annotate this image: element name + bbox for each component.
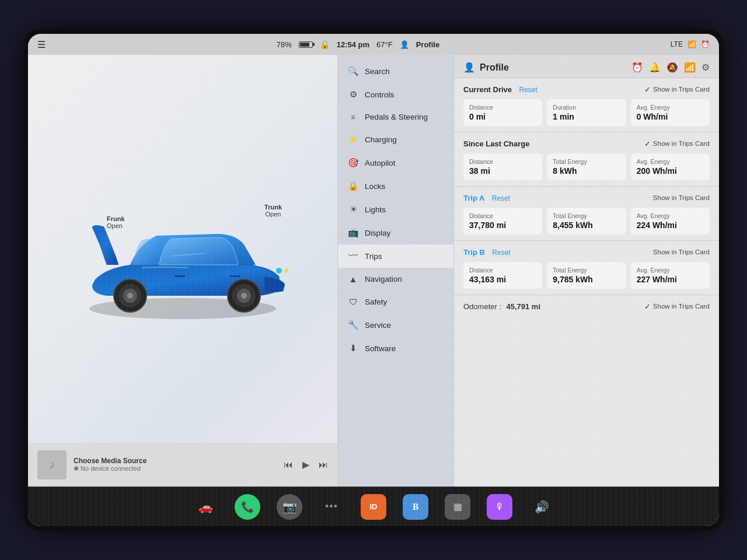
right-header: 👤 Profile ⏰ 🔔 🔕 📶 ⚙ bbox=[454, 55, 719, 78]
menu-item-lights[interactable]: ☀ Lights bbox=[338, 198, 453, 221]
status-right: LTE 📶 ⏰ bbox=[671, 40, 710, 48]
since-last-charge-energy-total-label: Total Energy bbox=[553, 158, 620, 165]
car-container: Frunk Open Trunk Open 🔓 bbox=[28, 84, 337, 440]
lte-label: LTE bbox=[671, 40, 683, 48]
menu-label-autopilot: Autopilot bbox=[365, 159, 396, 167]
dock-podcast-button[interactable]: 🎙 bbox=[487, 494, 512, 520]
trip-b-avg-energy-box: Avg. Energy 227 Wh/mi bbox=[631, 262, 710, 289]
menu-item-controls[interactable]: ⚙ Controls bbox=[338, 83, 453, 106]
service-icon: 🔧 bbox=[347, 320, 359, 330]
trip-a-energy-total-value: 8,455 kWh bbox=[553, 220, 620, 230]
menu-item-safety[interactable]: 🛡 Safety bbox=[338, 290, 453, 313]
current-drive-duration-value: 1 min bbox=[553, 112, 620, 121]
current-drive-title: Current Drive bbox=[463, 85, 512, 94]
trip-b-energy-total-value: 9,785 kWh bbox=[553, 275, 620, 284]
safety-icon: 🛡 bbox=[347, 297, 359, 307]
since-last-charge-checkmark: ✓ bbox=[644, 139, 651, 148]
trip-a-reset-button[interactable]: Reset bbox=[492, 194, 510, 202]
dock-car-button[interactable]: 🚗 bbox=[193, 494, 218, 520]
dock-grid-button[interactable]: ▦ bbox=[445, 494, 470, 520]
menu-item-charging[interactable]: ⚡ Charging bbox=[338, 128, 453, 151]
trip-b-section: Trip B Reset Show in Trips Card Distance… bbox=[454, 241, 719, 295]
play-button[interactable]: ▶ bbox=[302, 459, 309, 470]
dock-id-button[interactable]: ID bbox=[361, 494, 386, 520]
svg-rect-12 bbox=[229, 275, 241, 278]
profile-label: Profile bbox=[416, 40, 439, 49]
person-icon-header: 👤 bbox=[463, 62, 475, 73]
svg-rect-11 bbox=[174, 275, 186, 278]
menu-item-software[interactable]: ⬇ Software bbox=[338, 337, 453, 360]
since-last-charge-distance-value: 38 mi bbox=[469, 166, 536, 176]
car-illustration: Frunk Open Trunk Open 🔓 bbox=[60, 174, 305, 349]
profile-title-text: Profile bbox=[480, 62, 509, 73]
dock-camera-button[interactable]: 📷 bbox=[277, 494, 302, 520]
menu-item-service[interactable]: 🔧 Service bbox=[338, 313, 453, 337]
dock-volume-button[interactable]: 🔊 bbox=[529, 494, 554, 520]
current-drive-section: Current Drive Reset ✓ Show in Trips Card… bbox=[454, 78, 719, 132]
trip-b-energy-total-box: Total Energy 9,785 kWh bbox=[547, 262, 626, 289]
since-last-charge-stats: Distance 38 mi Total Energy 8 kWh Avg. E… bbox=[463, 153, 710, 180]
current-drive-energy-box: Avg. Energy 0 Wh/mi bbox=[631, 99, 710, 126]
current-drive-checkmark: ✓ bbox=[644, 85, 651, 94]
odometer-value: 45,791 mi bbox=[506, 302, 540, 311]
media-title: Choose Media Source bbox=[74, 457, 277, 465]
since-last-charge-header: Since Last Charge ✓ Show in Trips Card bbox=[463, 138, 710, 149]
menu-item-trips[interactable]: 〰 Trips bbox=[338, 244, 453, 268]
current-drive-stats: Distance 0 mi Duration 1 min Avg. Energy… bbox=[463, 99, 710, 126]
lock-icon: 🔒 bbox=[320, 40, 330, 49]
trip-b-avg-energy-value: 227 Wh/mi bbox=[637, 275, 704, 284]
current-drive-energy-value: 0 Wh/mi bbox=[637, 112, 704, 121]
odometer-checkmark: ✓ bbox=[644, 302, 651, 311]
alarm-icon[interactable]: ⏰ bbox=[631, 62, 643, 73]
menu-label-safety: Safety bbox=[365, 298, 387, 306]
trip-b-energy-total-label: Total Energy bbox=[553, 267, 620, 274]
since-last-charge-title-group: Since Last Charge bbox=[463, 138, 529, 149]
menu-item-autopilot[interactable]: 🎯 Autopilot bbox=[338, 151, 453, 174]
current-drive-reset-button[interactable]: Reset bbox=[519, 86, 537, 94]
right-panel: 👤 Profile ⏰ 🔔 🔕 📶 ⚙ Curre bbox=[454, 55, 719, 487]
since-last-charge-show-trips[interactable]: ✓ Show in Trips Card bbox=[644, 139, 710, 148]
menu-item-display[interactable]: 📺 Display bbox=[338, 221, 453, 244]
screen-bezel: ☰ 78% 🔒 12:54 pm 67°F 👤 Profile LTE 📶 ⏰ bbox=[23, 29, 724, 531]
current-drive-title-group: Current Drive Reset bbox=[463, 84, 537, 94]
trip-b-show-trips[interactable]: Show in Trips Card bbox=[653, 249, 710, 256]
svg-point-9 bbox=[276, 268, 282, 274]
trip-a-distance-value: 37,780 mi bbox=[469, 220, 536, 230]
navigation-icon: ▲ bbox=[347, 274, 359, 284]
time-display: 12:54 pm bbox=[337, 40, 369, 49]
since-last-charge-energy-total-value: 8 kWh bbox=[553, 166, 620, 176]
notification-icon[interactable]: 🔕 bbox=[666, 62, 678, 73]
trip-b-distance-box: Distance 43,163 mi bbox=[463, 262, 542, 289]
autopilot-icon: 🎯 bbox=[347, 158, 359, 168]
main-content: Frunk Open Trunk Open 🔓 bbox=[28, 55, 719, 487]
current-drive-show-trips[interactable]: ✓ Show in Trips Card bbox=[644, 85, 710, 94]
trip-b-reset-button[interactable]: Reset bbox=[492, 249, 510, 257]
menu-label-charging: Charging bbox=[365, 135, 397, 144]
trip-a-distance-box: Distance 37,780 mi bbox=[463, 208, 542, 235]
menu-item-locks[interactable]: 🔒 Locks bbox=[338, 174, 453, 198]
wifi-icon[interactable]: 📶 bbox=[684, 62, 696, 73]
dock-phone-button[interactable]: 📞 bbox=[235, 494, 260, 520]
dock-more-button[interactable]: ••• bbox=[319, 494, 344, 520]
media-controls[interactable]: ⏮ ▶ ⏭ bbox=[284, 459, 328, 470]
trip-a-show-trips[interactable]: Show in Trips Card bbox=[653, 194, 710, 201]
svg-text:⚡: ⚡ bbox=[283, 267, 290, 274]
since-last-charge-avg-energy-label: Avg. Energy bbox=[637, 158, 704, 165]
since-last-charge-avg-energy-box: Avg. Energy 200 Wh/mi bbox=[631, 153, 710, 180]
odometer-show-trips[interactable]: ✓ Show in Trips Card bbox=[644, 302, 710, 311]
dock-bluetooth-button[interactable]: 𝐁 bbox=[403, 494, 428, 520]
trip-a-stats: Distance 37,780 mi Total Energy 8,455 kW… bbox=[463, 208, 710, 235]
menu-item-pedals[interactable]: ≡ Pedals & Steering bbox=[338, 106, 453, 128]
clock-icon: ⏰ bbox=[701, 40, 710, 48]
prev-track-button[interactable]: ⏮ bbox=[284, 460, 293, 470]
odometer-show-trips-label: Show in Trips Card bbox=[653, 303, 710, 310]
since-last-charge-distance-box: Distance 38 mi bbox=[463, 153, 542, 180]
menu-item-search[interactable]: 🔍 Search bbox=[338, 60, 453, 83]
settings-icon[interactable]: ⚙ bbox=[701, 62, 710, 73]
since-last-charge-section: Since Last Charge ✓ Show in Trips Card D… bbox=[454, 132, 719, 187]
bell-icon[interactable]: 🔔 bbox=[649, 62, 661, 73]
menu-item-navigation[interactable]: ▲ Navigation bbox=[338, 268, 453, 290]
next-track-button[interactable]: ⏭ bbox=[319, 460, 328, 470]
svg-point-8 bbox=[241, 293, 247, 299]
trip-a-energy-total-label: Total Energy bbox=[553, 212, 620, 219]
